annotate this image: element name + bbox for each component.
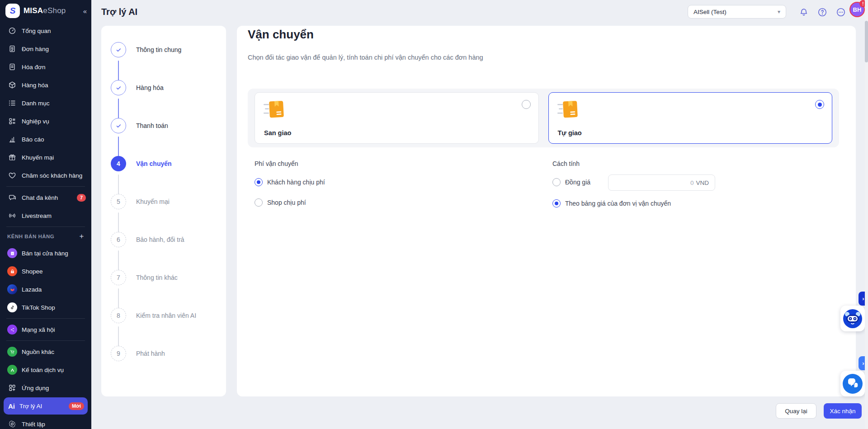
sidebar-item-invoices[interactable]: Hóa đơn bbox=[0, 58, 91, 76]
sidebar-item-livestream[interactable]: Livestream bbox=[0, 207, 91, 225]
delivery-card-san-giao[interactable]: San giao bbox=[255, 92, 539, 144]
step-products[interactable]: Hàng hóa bbox=[111, 80, 164, 95]
delivery-card-tu-giao[interactable]: Tự giao bbox=[548, 92, 833, 144]
sidebar-item-lazada[interactable]: Lazada bbox=[0, 280, 91, 298]
step-connector bbox=[118, 174, 119, 194]
step-ai-staff-check[interactable]: 8 Kiểm tra nhân viên AI bbox=[111, 308, 196, 323]
sidebar-collapse-icon[interactable]: « bbox=[83, 7, 87, 15]
radio-selected[interactable] bbox=[815, 100, 824, 109]
step-connector bbox=[118, 61, 119, 80]
check-icon bbox=[111, 80, 126, 95]
radio-label: Theo bảng giá của đơn vị vận chuyển bbox=[565, 200, 671, 207]
check-icon bbox=[111, 118, 126, 133]
sidebar-item-other-sources[interactable]: Nguồn khác bbox=[0, 343, 91, 361]
sidebar-item-store-sales[interactable]: Bán tại cửa hàng bbox=[0, 244, 91, 262]
fee-option-shop-pays[interactable]: Shop chịu phí bbox=[255, 198, 306, 207]
section-subtitle: Chọn đối tác giao vận để quản lý, tính t… bbox=[248, 54, 483, 61]
step-publish[interactable]: 9 Phát hành bbox=[111, 346, 165, 361]
step-general-info[interactable]: Thông tin chung bbox=[111, 42, 181, 57]
new-badge: Mới bbox=[69, 402, 84, 410]
list-icon bbox=[8, 99, 17, 107]
sidebar-item-orders[interactable]: Đơn hàng bbox=[0, 40, 91, 58]
sidebar-item-products[interactable]: Hàng hóa bbox=[0, 76, 91, 94]
step-connector bbox=[118, 288, 119, 308]
misa-logo-icon: S bbox=[5, 4, 20, 18]
help-icon[interactable] bbox=[816, 6, 828, 18]
robot-assistant-icon bbox=[843, 309, 863, 329]
step-shipping[interactable]: 4 Vận chuyển bbox=[111, 156, 172, 171]
sidebar-item-label: Lazada bbox=[22, 286, 42, 293]
store-selector-dropdown[interactable]: AISell (Test) ▾ bbox=[688, 5, 786, 19]
flat-rate-amount-input[interactable]: 0 VND bbox=[608, 174, 715, 191]
apps-icon bbox=[8, 384, 17, 392]
sidebar-item-label: Trợ lý AI bbox=[19, 403, 42, 410]
radio-selected[interactable] bbox=[552, 199, 561, 207]
chevron-right-icon: › bbox=[862, 295, 864, 302]
gift-icon bbox=[8, 153, 17, 161]
radio-unselected[interactable] bbox=[552, 178, 561, 186]
sidebar-item-label: Tổng quan bbox=[22, 28, 51, 34]
calc-option-carrier-price-list[interactable]: Theo bảng giá của đơn vị vận chuyển bbox=[552, 199, 671, 207]
ava-bot-widget[interactable] bbox=[840, 306, 865, 331]
sidebar-item-label: Nguồn khác bbox=[22, 349, 54, 355]
radio-unselected[interactable] bbox=[522, 100, 531, 109]
chat-support-widget[interactable] bbox=[840, 371, 865, 396]
gear-icon bbox=[8, 420, 17, 428]
step-other-info[interactable]: 7 Thông tin khác bbox=[111, 270, 178, 285]
store-selector-value: AISell (Test) bbox=[693, 9, 726, 15]
heart-icon bbox=[8, 171, 17, 179]
sidebar-item-customer-care[interactable]: Chăm sóc khách hàng bbox=[0, 166, 91, 184]
sidebar-item-ai-assistant[interactable]: Ai Trợ lý AI Mới bbox=[4, 397, 88, 415]
sidebar-item-label: Danh mục bbox=[22, 100, 50, 107]
lazada-icon bbox=[8, 284, 17, 294]
sales-channels-section: KÊNH BÁN HÀNG + bbox=[0, 229, 91, 244]
social-network-icon bbox=[8, 325, 17, 335]
sidebar-item-reports[interactable]: Báo cáo bbox=[0, 130, 91, 148]
tiktok-icon bbox=[8, 302, 17, 312]
sidebar-item-shopee[interactable]: Shopee bbox=[0, 262, 91, 280]
confirm-button[interactable]: Xác nhận bbox=[824, 403, 862, 419]
package-icon bbox=[557, 100, 579, 120]
invoice-icon bbox=[8, 63, 17, 71]
dashboard-icon bbox=[8, 27, 17, 35]
sidebar-item-social[interactable]: Mạng xã hội bbox=[0, 321, 91, 339]
step-connector bbox=[118, 250, 119, 270]
radio-unselected[interactable] bbox=[255, 198, 263, 207]
sidebar-item-label: Chat đa kênh bbox=[22, 194, 58, 201]
sidebar-item-promotions[interactable]: Khuyến mại bbox=[0, 148, 91, 166]
step-promotion[interactable]: 5 Khuyến mại bbox=[111, 194, 170, 209]
page-scrollbar-thumb[interactable] bbox=[865, 21, 868, 62]
box-icon bbox=[8, 81, 17, 89]
delivery-option-group: San giao Tự giao bbox=[248, 89, 839, 147]
sidebar-item-label: Hóa đơn bbox=[22, 64, 45, 71]
shipping-settings-panel: Vận chuyển Chọn đối tác giao vận để quản… bbox=[237, 26, 856, 396]
bar-chart-icon bbox=[8, 135, 17, 143]
radio-selected[interactable] bbox=[255, 178, 263, 186]
sidebar-item-settings[interactable]: Thiết lập bbox=[0, 415, 91, 429]
step-connector bbox=[118, 137, 119, 156]
notifications-bell-icon[interactable] bbox=[798, 6, 810, 18]
sidebar-item-apps[interactable]: Ứng dụng bbox=[0, 379, 91, 397]
sidebar-item-omnichat[interactable]: Chat đa kênh 7 bbox=[0, 189, 91, 207]
step-warranty-returns[interactable]: 6 Bảo hành, đổi trả bbox=[111, 232, 184, 247]
sidebar-item-tiktok-shop[interactable]: TikTok Shop bbox=[0, 298, 91, 316]
step-connector bbox=[118, 212, 119, 232]
fee-option-customer-pays[interactable]: Khách hàng chịu phí bbox=[255, 178, 325, 186]
delivery-card-label: Tự giao bbox=[558, 129, 582, 137]
calc-option-flat-rate[interactable]: Đồng giá bbox=[552, 178, 590, 186]
back-button[interactable]: Quay lại bbox=[776, 403, 816, 419]
step-payment[interactable]: Thanh toán bbox=[111, 118, 168, 133]
sidebar-item-overview[interactable]: Tổng quan bbox=[0, 22, 91, 40]
sidebar-item-label: TikTok Shop bbox=[22, 304, 55, 311]
more-options-icon[interactable] bbox=[835, 6, 847, 18]
livestream-icon bbox=[8, 212, 17, 220]
page-scrollbar-track bbox=[865, 0, 868, 429]
add-channel-icon[interactable]: + bbox=[80, 232, 84, 241]
wizard-stepper: Thông tin chung Hàng hóa Thanh toán 4 Vậ… bbox=[101, 26, 226, 396]
sidebar-item-operations[interactable]: Nghiệp vụ bbox=[0, 112, 91, 130]
package-icon bbox=[263, 100, 285, 120]
sidebar-item-categories[interactable]: Danh mục bbox=[0, 94, 91, 112]
radio-label: Khách hàng chịu phí bbox=[267, 179, 325, 186]
sidebar-item-accounting-service[interactable]: Kế toán dịch vụ bbox=[0, 361, 91, 379]
step-number: 6 bbox=[111, 232, 126, 247]
